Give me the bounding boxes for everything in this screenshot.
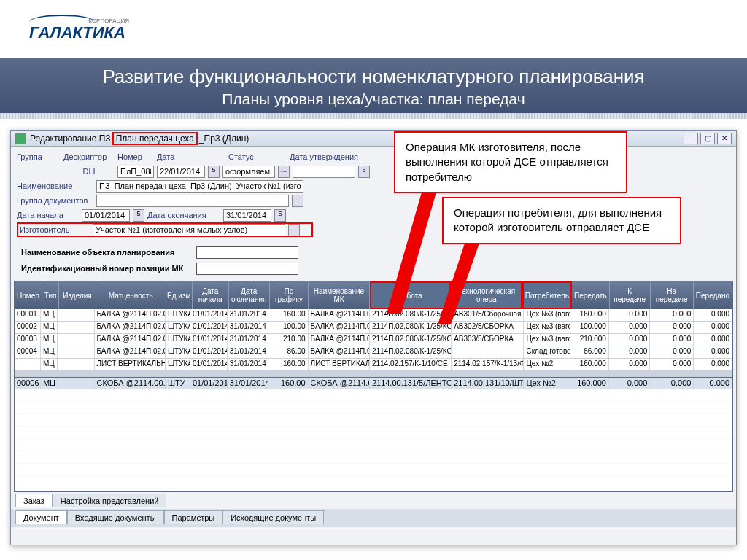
col-mk-name[interactable]: Наименование МК <box>309 281 369 309</box>
cell[interactable]: 0.000 <box>694 359 732 370</box>
input-manufacturer[interactable] <box>93 224 285 236</box>
cell[interactable]: ЛИСТ ВЕРТИКАЛЬН <box>309 359 370 370</box>
cell[interactable]: 0.000 <box>650 346 694 358</box>
cell[interactable] <box>452 346 524 358</box>
col-on-transfer[interactable]: На передаче <box>651 281 694 309</box>
cell[interactable]: 100.00 <box>268 322 309 333</box>
col-number[interactable]: Номер <box>15 281 42 309</box>
date-approved-picker-icon[interactable]: 5 <box>358 166 370 178</box>
date-picker-icon[interactable]: 5 <box>208 166 220 178</box>
cell[interactable]: 86.00 <box>268 346 309 358</box>
input-number[interactable] <box>117 166 154 178</box>
cell[interactable]: 210.00 <box>268 334 309 346</box>
cell[interactable]: 2114П.02.080/К-1/25/КО <box>370 334 452 346</box>
cell[interactable]: Склад готовой продукц <box>524 346 570 358</box>
cell[interactable]: 01/01/2014 <box>190 309 228 321</box>
close-button[interactable]: ✕ <box>717 133 732 144</box>
col-to-transfer[interactable]: К передаче <box>610 281 651 309</box>
cell[interactable]: 160.00 <box>268 309 309 321</box>
cell[interactable]: 100.000 <box>570 322 609 333</box>
cell[interactable] <box>58 322 95 333</box>
cell[interactable]: 0.000 <box>609 346 650 358</box>
col-schedule[interactable]: По графику <box>270 281 309 309</box>
col-date-start[interactable]: Дата начала <box>193 281 229 309</box>
tab-view-settings[interactable]: Настройка представлений <box>53 494 167 508</box>
date-start-picker-icon[interactable]: 5 <box>133 209 144 222</box>
cell[interactable]: ШТУКА <box>166 346 190 358</box>
cell[interactable]: ШТУ <box>166 378 190 389</box>
cell[interactable]: 00004 <box>15 346 41 358</box>
filter-input-name[interactable] <box>196 246 298 259</box>
cell[interactable]: ЛИСТ ВЕРТИКАЛЬНЫЙ <box>95 359 166 370</box>
cell[interactable]: СКОБА @2114.00.13 <box>309 378 370 389</box>
cell[interactable]: БАЛКА @2114П.02.080 <box>95 322 166 333</box>
maximize-button[interactable]: ▢ <box>700 133 715 144</box>
cell[interactable]: 2114П.02.080/К-1/25/КО <box>370 322 452 333</box>
cell[interactable]: 00001 <box>15 309 41 321</box>
cell[interactable]: 0.000 <box>694 309 732 321</box>
cell[interactable]: МЦ <box>41 322 58 333</box>
cell[interactable]: 0.000 <box>650 309 694 321</box>
col-product[interactable]: Изделия <box>59 281 96 309</box>
cell[interactable]: МЦ <box>41 309 58 321</box>
col-transfer[interactable]: Передать <box>572 281 610 309</box>
cell[interactable] <box>15 359 41 370</box>
input-name[interactable] <box>96 180 303 192</box>
cell[interactable]: 31/01/2014 <box>228 359 268 370</box>
col-work[interactable]: Работа <box>370 281 451 309</box>
tab-params[interactable]: Параметры <box>164 510 223 524</box>
minimize-button[interactable]: — <box>684 133 698 144</box>
cell[interactable]: 0.000 <box>609 309 650 321</box>
cell[interactable]: 2114.00.131/10/ШТАМ <box>452 378 524 389</box>
cell[interactable]: 0.000 <box>609 359 650 370</box>
cell[interactable]: 160.000 <box>570 378 609 389</box>
col-material[interactable]: Матценность <box>96 281 166 309</box>
cell[interactable]: 0.000 <box>650 334 694 346</box>
cell[interactable]: Цех №3 (вагоносбороч <box>524 309 570 321</box>
table-row[interactable]: МЦЛИСТ ВЕРТИКАЛЬНЫЙШТУКА01/01/201431/01/… <box>15 359 732 371</box>
col-transferred[interactable]: Передано <box>694 281 732 309</box>
tab-incoming[interactable]: Входящие документы <box>67 510 164 524</box>
col-unit[interactable]: Ед.изм <box>166 281 193 309</box>
cell[interactable]: 31/01/2014 <box>228 346 268 358</box>
cell[interactable]: АВ301/5/Сборочная <box>452 309 524 321</box>
cell[interactable] <box>58 346 95 358</box>
cell[interactable]: 0.000 <box>650 378 694 389</box>
input-date-end[interactable] <box>223 209 271 222</box>
cell[interactable]: 0.000 <box>694 346 732 358</box>
col-date-end[interactable]: Дата окончания <box>229 281 270 309</box>
cell[interactable]: 01/01/2014 <box>190 378 228 389</box>
cell[interactable]: 160.00 <box>268 359 309 370</box>
cell[interactable]: 0.000 <box>694 322 732 333</box>
cell[interactable]: 210.000 <box>570 334 609 346</box>
cell[interactable]: БАЛКА @2114П.02.080 <box>95 346 166 358</box>
cell[interactable] <box>58 309 95 321</box>
cell[interactable]: 86.000 <box>570 346 609 358</box>
cell[interactable]: 0.000 <box>609 378 650 389</box>
cell[interactable] <box>58 378 95 389</box>
cell[interactable]: БАЛКА @2114П.02.0 <box>309 309 370 321</box>
input-date-start[interactable] <box>82 209 130 222</box>
cell[interactable]: ШТУКА <box>166 322 190 333</box>
cell[interactable]: БАЛКА @2114П.02.080 <box>95 309 166 321</box>
cell[interactable]: 31/01/2014 <box>228 334 268 346</box>
cell[interactable]: 31/01/2014 <box>228 378 268 389</box>
table-row[interactable]: 00002МЦБАЛКА @2114П.02.080ШТУКА01/01/201… <box>15 322 732 334</box>
cell[interactable]: 31/01/2014 <box>228 309 268 321</box>
table-row[interactable]: 00001МЦБАЛКА @2114П.02.080ШТУКА01/01/201… <box>15 309 732 322</box>
cell[interactable]: 00003 <box>15 334 41 346</box>
cell[interactable]: АВ302/5/СБОРКА <box>452 322 524 333</box>
cell[interactable]: 0.000 <box>650 322 694 333</box>
cell[interactable]: Цех №2 <box>524 378 570 389</box>
tab-outgoing[interactable]: Исходящие документы <box>222 510 324 524</box>
cell[interactable]: Цех №2 <box>524 359 570 370</box>
cell[interactable]: Цех №3 (вагоносбороч <box>524 322 570 333</box>
cell[interactable]: СКОБА @2114.00.131 <box>95 378 166 389</box>
cell[interactable]: МЦ <box>41 346 58 358</box>
input-status[interactable] <box>222 166 275 178</box>
cell[interactable]: 01/01/2014 <box>190 322 228 333</box>
cell[interactable] <box>58 334 95 346</box>
cell[interactable] <box>58 359 95 370</box>
table-row[interactable]: 00004МЦБАЛКА @2114П.02.080ШТУКА01/01/201… <box>15 346 732 359</box>
cell[interactable]: 31/01/2014 <box>228 322 268 333</box>
